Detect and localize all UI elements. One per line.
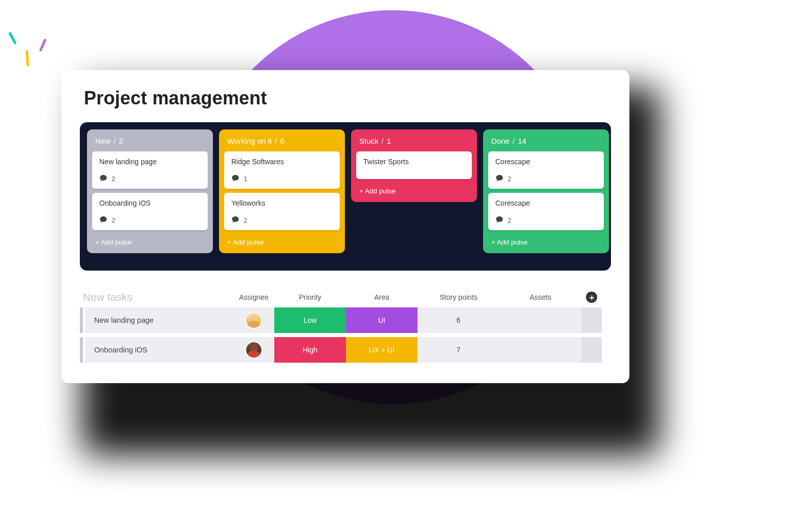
column-header-area: Area (346, 293, 418, 301)
add-pulse-button[interactable]: + Add pulse (92, 234, 208, 247)
tasks-section: New tasks Assignee Priority Area Story p… (80, 291, 611, 363)
points-cell[interactable]: 7 (418, 337, 499, 363)
column-name: Working on it (227, 137, 272, 145)
card-comments[interactable]: 2 (231, 215, 334, 225)
plus-icon: ＋ (587, 293, 596, 302)
card-title: Ridge Softwares (231, 158, 334, 166)
kanban-card[interactable]: Corescape2 (488, 193, 604, 230)
comment-icon (99, 174, 107, 184)
area-value: UX + UI (369, 346, 394, 354)
area-cell[interactable]: UI (346, 307, 418, 333)
column-header-points: Story points (418, 293, 499, 301)
task-name: Onboarding iOS (94, 346, 147, 354)
add-column-button[interactable]: ＋ (586, 292, 597, 303)
card-title: Corescape (495, 158, 598, 166)
add-pulse-button[interactable]: + Add pulse (224, 234, 340, 247)
points-value: 7 (456, 346, 461, 354)
slash-separator: / (513, 137, 515, 145)
card-title: Corescape (495, 199, 598, 207)
decorative-strokes (5, 31, 46, 72)
slash-separator: / (275, 137, 277, 145)
kanban-card[interactable]: Onboarding iOS2 (92, 193, 208, 230)
column-count: 6 (280, 137, 284, 145)
card-title: Onboarding iOS (99, 199, 202, 207)
column-name: Done (491, 137, 510, 145)
points-cell[interactable]: 6 (418, 307, 499, 333)
task-name-cell[interactable]: New landing page (85, 307, 233, 333)
priority-cell[interactable]: Low (274, 307, 346, 333)
column-count: 1 (387, 137, 391, 145)
kanban-card[interactable]: Ridge Softwares1 (224, 151, 340, 189)
comment-count: 2 (508, 216, 511, 224)
priority-cell[interactable]: High (274, 337, 346, 363)
card-title: Twister Sports (363, 158, 466, 166)
kanban-card[interactable]: New landing page2 (92, 151, 208, 189)
comment-count: 1 (244, 175, 247, 183)
column-count: 14 (518, 137, 527, 145)
avatar (245, 312, 263, 329)
row-end-cell (581, 337, 602, 363)
task-row[interactable]: New landing pageLowUI6 (80, 307, 611, 333)
points-value: 6 (456, 316, 461, 324)
comment-icon (231, 215, 239, 225)
column-header-assignee: Assignee (233, 293, 274, 301)
card-comments[interactable]: 1 (231, 174, 334, 184)
assets-cell[interactable] (499, 307, 581, 333)
area-value: UI (378, 316, 385, 324)
priority-value: High (303, 346, 318, 354)
comment-icon (495, 215, 504, 225)
column-header-priority: Priority (274, 293, 346, 301)
comment-count: 2 (508, 175, 511, 183)
row-accent (80, 337, 83, 363)
column-header-assets: Assets (499, 293, 581, 301)
area-cell[interactable]: UX + UI (346, 337, 418, 363)
column-header[interactable]: Done/14 (488, 135, 604, 147)
assignee-cell[interactable] (233, 337, 274, 363)
slash-separator: / (114, 137, 116, 145)
card-title: Yelloworks (231, 199, 334, 207)
app-window: Project management New/2New landing page… (61, 70, 629, 383)
row-accent (80, 307, 83, 333)
avatar (245, 341, 263, 359)
comment-icon (231, 174, 239, 184)
row-end-cell (581, 307, 602, 333)
column-header[interactable]: Working on it/6 (224, 135, 340, 147)
task-name: New landing page (94, 316, 154, 324)
add-pulse-button[interactable]: + Add pulse (488, 234, 604, 247)
kanban-card[interactable]: Yelloworks2 (224, 193, 340, 230)
assignee-cell[interactable] (233, 307, 274, 333)
tasks-section-title: New tasks (80, 291, 233, 303)
comment-icon (99, 215, 107, 225)
comment-count: 2 (112, 175, 115, 183)
task-name-cell[interactable]: Onboarding iOS (85, 337, 233, 363)
comment-icon (495, 174, 504, 184)
column-header[interactable]: Stuck/1 (356, 135, 472, 147)
kanban-column-done: Done/14Corescape2Corescape2+ Add pulse (483, 129, 609, 253)
column-count: 2 (119, 137, 123, 145)
add-pulse-label: + Add pulse (359, 187, 396, 195)
card-title: New landing page (99, 158, 202, 166)
priority-value: Low (303, 316, 317, 324)
card-comments[interactable]: 2 (495, 174, 598, 184)
column-header[interactable]: New/2 (92, 135, 208, 147)
tasks-header-row: New tasks Assignee Priority Area Story p… (80, 291, 611, 303)
kanban-card[interactable]: Corescape2 (488, 151, 604, 189)
add-pulse-label: + Add pulse (491, 238, 528, 246)
column-name: Stuck (359, 137, 379, 145)
add-pulse-label: + Add pulse (227, 238, 264, 246)
card-comments[interactable]: 2 (99, 174, 202, 184)
assets-cell[interactable] (499, 337, 581, 363)
add-pulse-label: + Add pulse (95, 238, 132, 246)
page-title: Project management (84, 87, 611, 109)
column-name: New (95, 137, 111, 145)
slash-separator: / (382, 137, 384, 145)
comment-count: 2 (244, 216, 247, 224)
card-comments[interactable]: 2 (495, 215, 598, 225)
card-comments[interactable]: 2 (99, 215, 202, 225)
add-column-cell: ＋ (581, 292, 602, 303)
add-pulse-button[interactable]: + Add pulse (356, 183, 472, 196)
kanban-card[interactable]: Twister Sports (356, 151, 472, 179)
kanban-column-stuck: Stuck/1Twister Sports+ Add pulse (351, 129, 477, 202)
task-row[interactable]: Onboarding iOSHighUX + UI7 (80, 337, 611, 363)
kanban-board: New/2New landing page2Onboarding iOS2+ A… (80, 122, 611, 271)
